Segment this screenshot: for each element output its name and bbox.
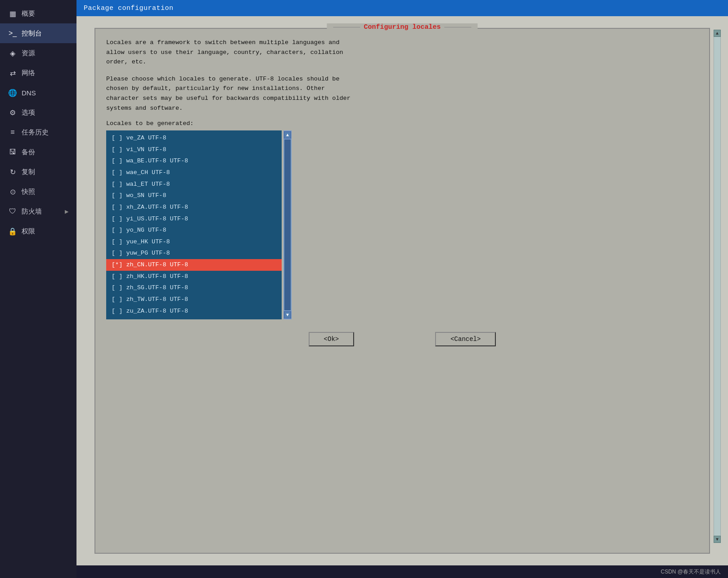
sidebar-item-resources[interactable]: ◈ 资源 (0, 43, 76, 63)
cancel-button[interactable]: <Cancel> (435, 332, 496, 346)
sidebar-item-label: 权限 (22, 227, 35, 236)
scroll-down-arrow[interactable]: ▼ (284, 311, 291, 318)
dialog-buttons: <Ok> <Cancel> (106, 332, 698, 346)
dialog-title: Configuring locales (327, 23, 477, 31)
resources-icon: ◈ (8, 49, 17, 58)
sidebar-item-dns[interactable]: 🌐 DNS (0, 83, 76, 103)
sidebar-item-label: 概要 (22, 9, 35, 18)
list-item[interactable]: [ ] zh_HK.UTF-8 UTF-8 (106, 271, 282, 282)
sidebar-item-firewall[interactable]: 🛡 防火墙 ▶ (0, 202, 76, 221)
list-item[interactable]: [ ] xh_ZA.UTF-8 UTF-8 (106, 202, 282, 213)
bottom-bar: CSDN @春天不是读书人 (76, 565, 728, 578)
list-item[interactable]: [ ] zh_SG.UTF-8 UTF-8 (106, 282, 282, 294)
outer-scroll-up[interactable]: ▲ (714, 30, 721, 37)
chevron-right-icon: ▶ (65, 209, 68, 215)
backup-icon: 🖫 (8, 148, 17, 157)
sidebar-item-taskhistory[interactable]: ≡ 任务历史 (0, 122, 76, 142)
dialog-title-text: Configuring locales (364, 23, 440, 31)
sidebar-item-options[interactable]: ⚙ 选项 (0, 103, 76, 122)
sidebar-item-replication[interactable]: ↻ 复制 (0, 162, 76, 182)
sidebar-item-label: 任务历史 (22, 128, 49, 137)
terminal-area: Configuring locales Locales are a framew… (76, 16, 728, 565)
options-icon: ⚙ (8, 108, 17, 117)
top-bar: Package configuration (76, 0, 728, 16)
list-item[interactable]: [ ] yo_NG UTF-8 (106, 224, 282, 236)
dns-icon: 🌐 (8, 88, 17, 97)
sidebar-item-label: 备份 (22, 148, 35, 157)
list-item[interactable]: [ ] wa_BE.UTF-8 UTF-8 (106, 155, 282, 167)
list-item[interactable]: [ ] yue_HK UTF-8 (106, 236, 282, 248)
overview-icon: ▦ (8, 9, 17, 18)
sidebar-item-snapshots[interactable]: ⊙ 快照 (0, 182, 76, 202)
outer-scrollbar[interactable]: ▲ ▼ (714, 30, 721, 543)
list-item[interactable]: [ ] wo_SN UTF-8 (106, 190, 282, 202)
scrollbar-track[interactable]: ▲ ▼ (283, 130, 292, 319)
list-item[interactable]: [*] zh_CN.UTF-8 UTF-8 (106, 259, 282, 271)
credit-text: CSDN @春天不是读书人 (661, 568, 721, 576)
list-item[interactable]: [ ] yi_US.UTF-8 UTF-8 (106, 213, 282, 225)
sidebar-item-label: 复制 (22, 168, 35, 176)
sidebar-item-label: 防火墙 (22, 207, 42, 216)
list-item[interactable]: [ ] vi_VN UTF-8 (106, 144, 282, 156)
sidebar-item-label: 快照 (22, 188, 35, 196)
list-item[interactable]: [ ] zh_TW.UTF-8 UTF-8 (106, 294, 282, 305)
dialog-box: Configuring locales Locales are a framew… (94, 28, 710, 554)
main-content: Package configuration Configuring locale… (76, 0, 728, 578)
sidebar-item-backup[interactable]: 🖫 备份 (0, 142, 76, 162)
list-item[interactable]: [ ] ve_ZA UTF-8 (106, 132, 282, 144)
list-item[interactable]: [ ] wal_ET UTF-8 (106, 179, 282, 190)
sidebar: ▦ 概要 >_ 控制台 ◈ 资源 ⇄ 网络 🌐 DNS ⚙ 选项 ≡ 任务历史 … (0, 0, 76, 578)
list-item[interactable]: [ ] yuw_PG UTF-8 (106, 247, 282, 259)
scroll-up-arrow[interactable]: ▲ (284, 131, 291, 139)
permissions-icon: 🔒 (8, 227, 17, 236)
snapshots-icon: ⊙ (8, 187, 17, 196)
replication-icon: ↻ (8, 167, 17, 176)
ok-button[interactable]: <Ok> (309, 332, 355, 346)
scrollbar-thumb (284, 139, 291, 310)
outer-scroll-track (714, 37, 720, 536)
taskhistory-icon: ≡ (8, 128, 17, 137)
dialog-description-1: Locales are a framework to switch betwee… (106, 38, 698, 67)
list-item[interactable]: [ ] zu_ZA.UTF-8 UTF-8 (106, 305, 282, 317)
sidebar-item-label: DNS (22, 89, 36, 97)
sidebar-item-label: 资源 (22, 49, 35, 58)
sidebar-item-overview[interactable]: ▦ 概要 (0, 4, 76, 23)
top-bar-title: Package configuration (84, 4, 174, 12)
sidebar-item-network[interactable]: ⇄ 网络 (0, 63, 76, 83)
locales-label: Locales to be generated: (106, 120, 698, 127)
sidebar-item-label: 网络 (22, 69, 35, 77)
sidebar-item-label: 控制台 (22, 29, 42, 38)
sidebar-item-permissions[interactable]: 🔒 权限 (0, 221, 76, 241)
dialog-description-2: Please choose which locales to generate.… (106, 74, 698, 113)
network-icon: ⇄ (8, 68, 17, 77)
firewall-icon: 🛡 (8, 207, 17, 216)
list-item[interactable]: [ ] wae_CH UTF-8 (106, 167, 282, 179)
locale-list-wrapper: [ ] ve_ZA UTF-8[ ] vi_VN UTF-8[ ] wa_BE.… (106, 130, 698, 319)
sidebar-item-label: 选项 (22, 108, 35, 117)
locale-list[interactable]: [ ] ve_ZA UTF-8[ ] vi_VN UTF-8[ ] wa_BE.… (106, 130, 282, 319)
console-icon: >_ (8, 29, 17, 38)
sidebar-item-console[interactable]: >_ 控制台 (0, 23, 76, 43)
outer-scroll-down[interactable]: ▼ (714, 536, 721, 543)
